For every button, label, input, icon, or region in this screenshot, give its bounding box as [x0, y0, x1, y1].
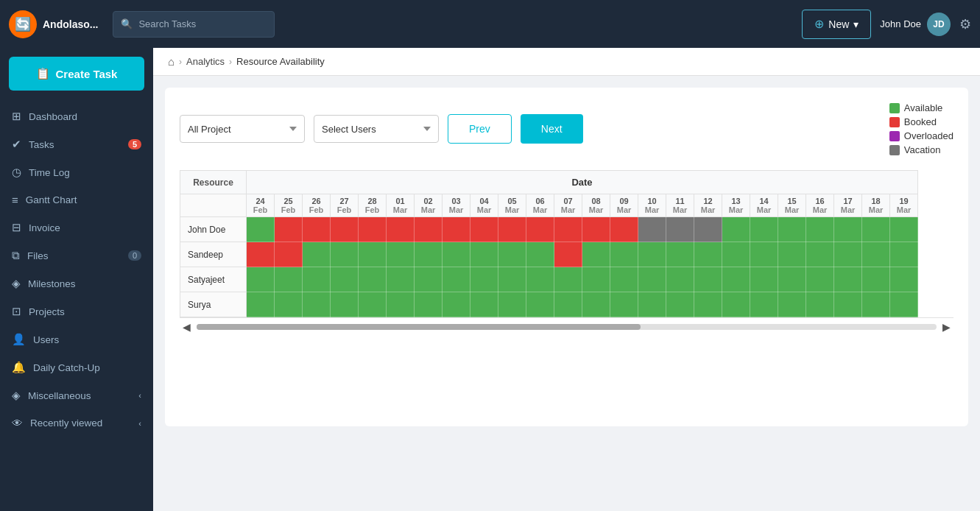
create-task-button[interactable]: 📋 Create Task	[9, 57, 144, 91]
empty-header	[180, 194, 247, 217]
cell-Surya-21	[834, 292, 862, 317]
all-project-select[interactable]: All Project	[180, 115, 305, 143]
cell-Satyajeet-12	[582, 267, 610, 292]
select-users-select[interactable]: Select Users	[314, 115, 439, 143]
cell-Sandeep-7	[443, 242, 470, 267]
home-icon[interactable]: ⌂	[168, 55, 175, 68]
sidebar-item-invoice[interactable]: ⊟ Invoice	[0, 214, 153, 242]
cell-Satyajeet-18	[750, 267, 778, 292]
daily-catchup-icon: 🔔	[12, 361, 26, 374]
date-col-27-Feb: 27Feb	[331, 194, 359, 217]
prev-button[interactable]: Prev	[448, 114, 512, 144]
chart-container: All Project Select Users Prev Next Avail…	[153, 76, 980, 511]
cell-Sandeep-10	[526, 242, 554, 267]
projects-icon: ⊡	[12, 305, 21, 318]
date-col-04-Mar: 04Mar	[470, 194, 498, 217]
cell-Satyajeet-11	[554, 267, 582, 292]
sidebar-item-timelog[interactable]: ◷ Time Log	[0, 158, 153, 186]
cell-Satyajeet-16	[694, 267, 722, 292]
cell-Satyajeet-14	[638, 267, 666, 292]
cell-John-Doe-21	[834, 217, 862, 242]
sidebar-item-tasks[interactable]: ✔ Tasks 5	[0, 130, 153, 158]
scroll-right-arrow[interactable]: ▶	[940, 321, 953, 333]
cell-Satyajeet-22	[862, 267, 890, 292]
cell-John-Doe-16	[694, 217, 722, 242]
cell-Sandeep-17	[722, 242, 750, 267]
sidebar-menu: ⊞ Dashboard ✔ Tasks 5 ◷ Time Log ≡ Gantt…	[0, 102, 153, 437]
files-icon: ⧉	[12, 249, 20, 262]
dashboard-icon: ⊞	[12, 110, 21, 123]
scroll-left-arrow[interactable]: ◀	[180, 321, 194, 333]
cell-Satyajeet-13	[610, 267, 638, 292]
date-col-12-Mar: 12Mar	[694, 194, 722, 217]
user-info: John Doe JD	[880, 13, 951, 36]
table-row: John Doe	[180, 217, 918, 242]
cell-Sandeep-3	[331, 242, 359, 267]
breadcrumb-sep-1: ›	[179, 57, 182, 67]
date-col-10-Mar: 10Mar	[638, 194, 666, 217]
available-dot	[889, 103, 900, 113]
cell-John-Doe-9	[498, 217, 526, 242]
legend-available: Available	[889, 102, 953, 113]
tasks-badge: 5	[128, 139, 141, 149]
cell-John-Doe-14	[638, 217, 666, 242]
breadcrumb-analytics[interactable]: Analytics	[186, 56, 225, 67]
cell-Satyajeet-17	[722, 267, 750, 292]
gantt-icon: ≡	[12, 194, 18, 206]
cell-John-Doe-22	[862, 217, 890, 242]
sidebar-item-dashboard[interactable]: ⊞ Dashboard	[0, 102, 153, 130]
date-col-16-Mar: 16Mar	[806, 194, 834, 217]
gear-icon[interactable]: ⚙	[959, 16, 971, 32]
sidebar: 📋 Create Task ⊞ Dashboard ✔ Tasks 5 ◷ Ti…	[0, 48, 153, 511]
cell-Satyajeet-8	[470, 267, 498, 292]
cell-Surya-5	[387, 292, 415, 317]
sidebar-item-daily-catchup[interactable]: 🔔 Daily Catch-Up	[0, 353, 153, 381]
cell-Surya-2	[303, 292, 331, 317]
cell-Sandeep-0	[247, 242, 275, 267]
next-button[interactable]: Next	[521, 114, 583, 144]
cell-Sandeep-9	[498, 242, 526, 267]
miscellaneous-arrow: ‹	[138, 391, 141, 400]
sidebar-item-gantt[interactable]: ≡ Gantt Chart	[0, 186, 153, 214]
cell-Satyajeet-7	[443, 267, 470, 292]
chart-controls: All Project Select Users Prev Next Avail…	[180, 102, 953, 155]
sidebar-item-miscellaneous[interactable]: ◈ Miscellaneous ‹	[0, 381, 153, 409]
booked-label: Booked	[904, 116, 937, 127]
table-row: Sandeep	[180, 242, 918, 267]
overloaded-label: Overloaded	[904, 130, 953, 141]
cell-Sandeep-1	[275, 242, 303, 267]
cell-John-Doe-7	[443, 217, 470, 242]
resource-name: Satyajeet	[180, 267, 247, 292]
new-button[interactable]: ⊕ New ▾	[802, 10, 871, 39]
sidebar-item-projects[interactable]: ⊡ Projects	[0, 297, 153, 325]
sidebar-item-recently-viewed[interactable]: 👁 Recently viewed ‹	[0, 409, 153, 437]
scrollbar-track[interactable]	[197, 324, 937, 330]
cell-John-Doe-1	[275, 217, 303, 242]
cell-Sandeep-12	[582, 242, 610, 267]
main-layout: 📋 Create Task ⊞ Dashboard ✔ Tasks 5 ◷ Ti…	[0, 48, 980, 511]
cell-Surya-23	[890, 292, 918, 317]
create-task-icon: 📋	[36, 67, 50, 80]
date-col-25-Feb: 25Feb	[275, 194, 303, 217]
cell-Satyajeet-0	[247, 267, 275, 292]
cell-Sandeep-8	[470, 242, 498, 267]
cell-Sandeep-19	[778, 242, 806, 267]
sidebar-item-files[interactable]: ⧉ Files 0	[0, 242, 153, 269]
cell-Surya-22	[862, 292, 890, 317]
cell-Satyajeet-15	[666, 267, 694, 292]
cell-John-Doe-20	[806, 217, 834, 242]
cell-Surya-1	[275, 292, 303, 317]
search-input[interactable]	[138, 18, 256, 29]
cell-John-Doe-4	[359, 217, 387, 242]
sidebar-item-users[interactable]: 👤 Users	[0, 325, 153, 353]
cell-Surya-3	[331, 292, 359, 317]
date-col-17-Mar: 17Mar	[834, 194, 862, 217]
cell-Sandeep-22	[862, 242, 890, 267]
sidebar-item-milestones[interactable]: ◈ Milestones	[0, 269, 153, 297]
cell-Surya-8	[470, 292, 498, 317]
cell-Surya-10	[526, 292, 554, 317]
table-row: Surya	[180, 292, 918, 317]
resource-grid-wrapper: Resource Date 24Feb25Feb26Feb27Feb28Feb0…	[180, 170, 953, 317]
date-col-06-Mar: 06Mar	[526, 194, 554, 217]
cell-Sandeep-6	[415, 242, 443, 267]
